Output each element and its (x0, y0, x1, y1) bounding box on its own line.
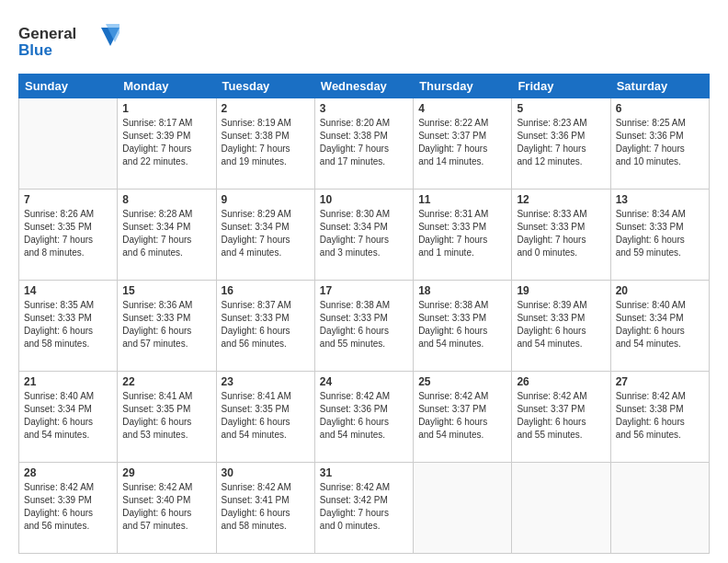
cell-info-line: Daylight: 7 hours (320, 507, 408, 520)
day-number: 1 (122, 102, 210, 115)
cell-info-line: Daylight: 6 hours (122, 325, 210, 338)
cell-info-line: Sunset: 3:34 PM (616, 312, 704, 325)
cell-info-line: and 54 minutes. (24, 429, 112, 442)
cell-info-line: and 22 minutes. (122, 155, 210, 168)
calendar-cell: 28Sunrise: 8:42 AMSunset: 3:39 PMDayligh… (19, 463, 118, 554)
day-number: 19 (517, 284, 605, 297)
day-number: 3 (320, 102, 408, 115)
cell-info-line: Daylight: 6 hours (517, 325, 605, 338)
cell-info-line: Daylight: 7 hours (616, 143, 704, 155)
calendar-cell (414, 463, 512, 554)
cell-info-line: and 56 minutes. (222, 338, 310, 350)
calendar-cell: 25Sunrise: 8:42 AMSunset: 3:37 PMDayligh… (414, 372, 512, 463)
cell-info-line: and 8 minutes. (24, 247, 112, 259)
day-number: 13 (616, 193, 704, 206)
cell-info-line: Daylight: 6 hours (418, 416, 506, 429)
weekday-header-thursday: Thursday (414, 75, 512, 98)
cell-info-line: Sunrise: 8:41 AM (122, 390, 210, 403)
calendar-cell: 18Sunrise: 8:38 AMSunset: 3:33 PMDayligh… (414, 281, 512, 372)
cell-info-line: Sunset: 3:36 PM (320, 403, 408, 416)
cell-info-line: and 54 minutes. (616, 338, 704, 350)
cell-info-line: Sunrise: 8:42 AM (320, 390, 408, 403)
cell-info-line: and 58 minutes. (24, 338, 112, 350)
day-number: 16 (222, 284, 310, 297)
day-number: 4 (418, 102, 506, 115)
day-number: 6 (616, 102, 704, 115)
calendar-cell: 21Sunrise: 8:40 AMSunset: 3:34 PMDayligh… (19, 372, 118, 463)
cell-info-line: and 58 minutes. (222, 520, 310, 533)
weekday-header-saturday: Saturday (610, 75, 709, 98)
cell-info-line: Daylight: 7 hours (320, 143, 408, 155)
day-number: 22 (122, 375, 210, 388)
day-number: 9 (222, 193, 310, 206)
cell-info-line: Sunrise: 8:42 AM (320, 481, 408, 494)
calendar-cell: 23Sunrise: 8:41 AMSunset: 3:35 PMDayligh… (216, 372, 314, 463)
cell-info-line: Sunset: 3:33 PM (418, 221, 506, 234)
calendar-cell: 1Sunrise: 8:17 AMSunset: 3:39 PMDaylight… (118, 98, 216, 190)
cell-info-line: and 19 minutes. (222, 155, 310, 168)
cell-info-line: Sunrise: 8:36 AM (122, 299, 210, 312)
day-number: 2 (222, 102, 310, 115)
calendar-cell: 27Sunrise: 8:42 AMSunset: 3:38 PMDayligh… (610, 372, 709, 463)
day-number: 27 (616, 375, 704, 388)
cell-info-line: Sunrise: 8:33 AM (517, 208, 605, 221)
cell-info-line: Sunrise: 8:31 AM (418, 208, 506, 221)
cell-info-line: and 57 minutes. (122, 520, 210, 533)
cell-info-line: and 17 minutes. (320, 155, 408, 168)
cell-info-line: Daylight: 7 hours (122, 143, 210, 155)
cell-info-line: Sunrise: 8:40 AM (24, 390, 112, 403)
cell-info-line: Sunrise: 8:38 AM (418, 299, 506, 312)
cell-info-line: Sunset: 3:37 PM (517, 403, 605, 416)
calendar-cell: 19Sunrise: 8:39 AMSunset: 3:33 PMDayligh… (512, 281, 610, 372)
calendar-cell: 20Sunrise: 8:40 AMSunset: 3:34 PMDayligh… (610, 281, 709, 372)
cell-info-line: Daylight: 7 hours (122, 234, 210, 247)
cell-info-line: Daylight: 6 hours (24, 507, 112, 520)
cell-info-line: and 6 minutes. (122, 247, 210, 259)
cell-info-line: Daylight: 6 hours (122, 507, 210, 520)
svg-text:Blue: Blue (18, 41, 52, 59)
calendar-cell: 17Sunrise: 8:38 AMSunset: 3:33 PMDayligh… (314, 281, 413, 372)
cell-info-line: Sunrise: 8:20 AM (320, 117, 408, 130)
cell-info-line: Daylight: 7 hours (222, 143, 310, 155)
calendar-cell: 5Sunrise: 8:23 AMSunset: 3:36 PMDaylight… (512, 98, 610, 190)
cell-info-line: Daylight: 7 hours (517, 143, 605, 155)
cell-info-line: Daylight: 6 hours (222, 325, 310, 338)
day-number: 15 (122, 284, 210, 297)
day-number: 26 (517, 375, 605, 388)
weekday-header-wednesday: Wednesday (314, 75, 413, 98)
cell-info-line: Sunrise: 8:28 AM (122, 208, 210, 221)
cell-info-line: Sunset: 3:33 PM (222, 312, 310, 325)
cell-info-line: Sunrise: 8:42 AM (222, 481, 310, 494)
cell-info-line: Daylight: 6 hours (616, 416, 704, 429)
cell-info-line: Daylight: 7 hours (418, 234, 506, 247)
calendar-cell: 26Sunrise: 8:42 AMSunset: 3:37 PMDayligh… (512, 372, 610, 463)
calendar-cell: 4Sunrise: 8:22 AMSunset: 3:37 PMDaylight… (414, 98, 512, 190)
cell-info-line: Daylight: 6 hours (517, 416, 605, 429)
cell-info-line: Sunrise: 8:39 AM (517, 299, 605, 312)
calendar-cell: 7Sunrise: 8:26 AMSunset: 3:35 PMDaylight… (19, 190, 118, 281)
cell-info-line: Daylight: 6 hours (24, 416, 112, 429)
cell-info-line: and 56 minutes. (616, 429, 704, 442)
calendar-cell: 30Sunrise: 8:42 AMSunset: 3:41 PMDayligh… (216, 463, 314, 554)
calendar-cell: 31Sunrise: 8:42 AMSunset: 3:42 PMDayligh… (314, 463, 413, 554)
day-number: 14 (24, 284, 112, 297)
cell-info-line: Sunset: 3:38 PM (616, 403, 704, 416)
cell-info-line: Sunset: 3:34 PM (122, 221, 210, 234)
day-number: 18 (418, 284, 506, 297)
calendar-week-1: 1Sunrise: 8:17 AMSunset: 3:39 PMDaylight… (19, 98, 710, 190)
weekday-header-tuesday: Tuesday (216, 75, 314, 98)
cell-info-line: Sunset: 3:35 PM (24, 221, 112, 234)
cell-info-line: and 54 minutes. (320, 429, 408, 442)
day-number: 23 (222, 375, 310, 388)
day-number: 20 (616, 284, 704, 297)
cell-info-line: and 0 minutes. (320, 520, 408, 533)
cell-info-line: and 4 minutes. (222, 247, 310, 259)
day-number: 24 (320, 375, 408, 388)
cell-info-line: Daylight: 6 hours (222, 507, 310, 520)
cell-info-line: Sunset: 3:39 PM (24, 494, 112, 507)
cell-info-line: Sunrise: 8:40 AM (616, 299, 704, 312)
cell-info-line: Sunrise: 8:29 AM (222, 208, 310, 221)
calendar-cell: 12Sunrise: 8:33 AMSunset: 3:33 PMDayligh… (512, 190, 610, 281)
logo-text: General Blue (18, 20, 119, 64)
cell-info-line: Sunset: 3:33 PM (122, 312, 210, 325)
